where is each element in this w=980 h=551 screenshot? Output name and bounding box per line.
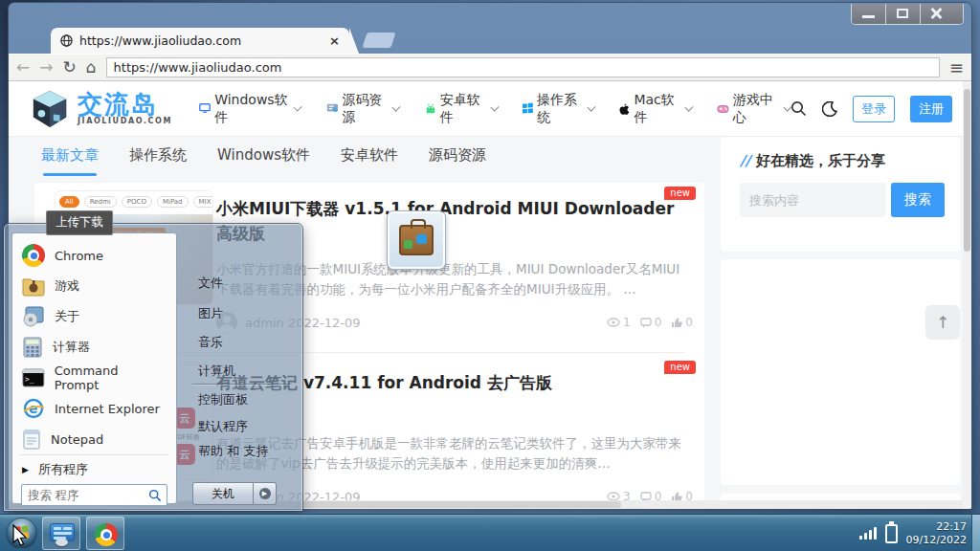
svg-text:>_: >_: [25, 375, 34, 384]
search-icon[interactable]: [791, 100, 807, 117]
minimize-icon: [862, 15, 875, 18]
system-tray: 22:17 09/12/2022: [859, 515, 967, 551]
start-item-about[interactable]: 关于: [22, 302, 166, 331]
mouse-cursor: [11, 524, 29, 547]
internet-explorer-icon: e: [22, 397, 45, 420]
notepad-icon: [22, 428, 41, 451]
taskbar-clock[interactable]: 22:17 09/12/2022: [906, 520, 967, 547]
gamepad-icon: [717, 103, 729, 115]
start-item-internet-explorer[interactable]: e Internet Explorer: [22, 394, 166, 423]
chevron-down-icon: [294, 102, 302, 111]
start-place-default-programs[interactable]: 默认程序: [198, 418, 248, 435]
tab-windows-software[interactable]: Windows软件: [217, 146, 310, 176]
start-place-computer[interactable]: 计算机: [198, 363, 235, 380]
all-programs-label: 所有程序: [38, 461, 88, 478]
maximize-button[interactable]: [886, 4, 921, 24]
tab-close-icon[interactable]: ×: [329, 33, 340, 48]
taskbar-settings-app[interactable]: [42, 517, 80, 550]
sidebar-card: [721, 259, 960, 485]
mouse-icon: [56, 539, 68, 546]
forward-button[interactable]: →: [39, 59, 53, 76]
browser-tab[interactable]: https://www.jiaoliudao.com ×: [51, 28, 349, 54]
shutdown-options-arrow[interactable]: ▶: [254, 482, 277, 505]
start-item-label: Internet Explorer: [55, 402, 160, 416]
start-menu-places: 文件 图片 音乐 计算机 控制面板 默认程序 帮助 和 支持 关机 ▶: [183, 225, 303, 510]
new-tab-button[interactable]: [362, 33, 395, 48]
start-menu-programs: Chrome 游戏 关于 计算器 >_ Command Prompt e Int…: [11, 232, 177, 504]
likes-icon: [671, 318, 682, 328]
start-item-label: Notepad: [51, 432, 103, 447]
sticker: [416, 234, 427, 244]
start-search-box[interactable]: [21, 484, 167, 506]
start-item-chrome[interactable]: Chrome: [22, 241, 166, 270]
nav-label: 游戏中心: [733, 92, 779, 126]
shutdown-button[interactable]: 关机: [192, 482, 254, 505]
start-item-games[interactable]: 游戏: [22, 272, 166, 300]
site-logo[interactable]: 交流岛 JIAOLIUDAO.COM: [30, 89, 172, 129]
cube-logo-icon: [30, 89, 70, 129]
chevron-down-icon: [392, 102, 401, 111]
register-button[interactable]: 注册: [910, 96, 952, 122]
comments-count: 0: [655, 316, 662, 329]
nav-android-software[interactable]: 安卓软件: [425, 92, 498, 126]
start-item-command-prompt[interactable]: >_ Command Prompt: [22, 364, 166, 392]
chevron-down-icon: [490, 102, 499, 111]
start-place-files[interactable]: 文件: [198, 275, 223, 292]
right-arrow-icon: ▶: [259, 488, 271, 499]
all-programs[interactable]: ▶ 所有程序: [22, 460, 166, 479]
dark-mode-moon-icon[interactable]: [822, 101, 837, 117]
sidebar-search-input[interactable]: [740, 183, 885, 217]
search-icon: [148, 489, 162, 502]
address-bar[interactable]: https://www.jiaoliudao.com: [106, 57, 940, 77]
cd-box-icon: [22, 306, 45, 327]
vertical-scrollbar[interactable]: [963, 81, 971, 509]
clock-time: 22:17: [906, 520, 967, 534]
show-desktop-button[interactable]: [971, 515, 980, 551]
views-count: 1: [623, 316, 631, 329]
start-place-pictures[interactable]: 图片: [198, 305, 223, 322]
nav-windows-software[interactable]: Windows软件: [199, 92, 301, 126]
tab-operating-system[interactable]: 操作系统: [129, 146, 187, 176]
start-item-calculator[interactable]: 计算器: [22, 333, 166, 362]
tab-title: https://www.jiaoliudao.com: [79, 33, 323, 48]
nav-source-code[interactable]: 源码资源: [326, 92, 400, 126]
scrollbar-thumb[interactable]: [964, 89, 970, 252]
tooltip: 上传下载: [46, 210, 113, 235]
back-button[interactable]: ←: [16, 59, 30, 76]
android-icon: [425, 102, 436, 115]
thumb-tag: Redmi: [84, 196, 117, 208]
network-signal-icon[interactable]: [859, 527, 877, 540]
taskbar-chrome-app[interactable]: [86, 517, 124, 550]
start-place-control-panel[interactable]: 控制面板: [198, 391, 248, 408]
close-button[interactable]: [921, 4, 963, 24]
apple-icon: [619, 102, 630, 116]
monitor-icon: [199, 102, 211, 115]
tab-source-code[interactable]: 源码资源: [429, 146, 486, 176]
nav-mac-software[interactable]: Mac软件: [619, 92, 692, 126]
start-place-help-support[interactable]: 帮助 和 支持: [198, 443, 268, 460]
chevron-down-icon: [684, 102, 693, 111]
chrome-icon: [95, 523, 118, 546]
nav-operating-system[interactable]: 操作系统: [523, 92, 594, 126]
home-button[interactable]: ⌂: [86, 59, 97, 76]
likes-count: 0: [685, 316, 693, 329]
tab-android-software[interactable]: 安卓软件: [341, 146, 398, 176]
nav-game-center[interactable]: 游戏中心: [717, 92, 791, 126]
start-place-music[interactable]: 音乐: [198, 334, 223, 351]
battery-icon[interactable]: [885, 524, 898, 543]
sidebar-search-button[interactable]: 搜索: [891, 183, 945, 217]
back-to-top-button[interactable]: ↑: [925, 305, 960, 340]
start-search-input[interactable]: [22, 489, 148, 502]
browser-menu-icon[interactable]: ≡: [949, 57, 964, 77]
divider: [192, 384, 292, 385]
article-stats: 1 0 0: [607, 316, 693, 329]
minimize-button[interactable]: [852, 4, 886, 24]
refresh-button[interactable]: ↻: [63, 59, 77, 76]
nav-label: 操作系统: [537, 92, 583, 126]
user-avatar[interactable]: [388, 211, 445, 269]
sticker: [404, 240, 412, 249]
start-item-notepad[interactable]: Notepad: [22, 425, 166, 453]
tab-latest-articles[interactable]: 最新文章: [41, 146, 99, 176]
taskbar: 22:17 09/12/2022: [0, 514, 980, 551]
login-button[interactable]: 登录: [853, 96, 895, 122]
